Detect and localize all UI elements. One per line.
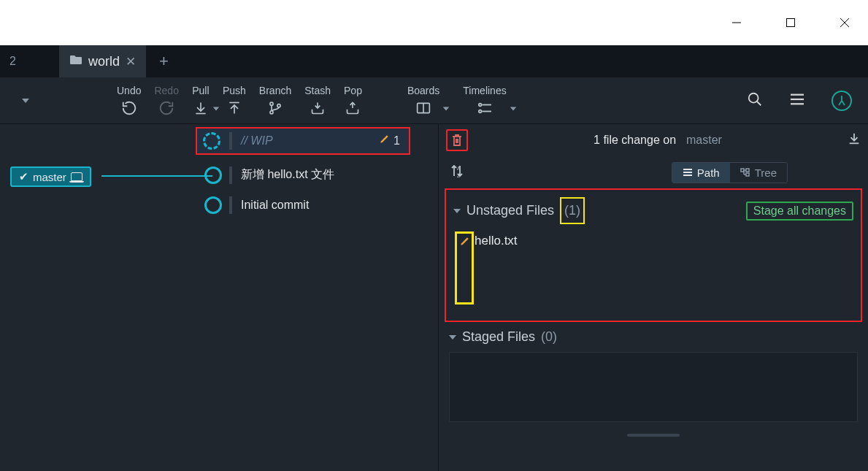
commit-message: 新增 hello.txt 文件 — [241, 167, 334, 183]
titlebar — [0, 0, 868, 45]
svg-rect-37 — [746, 173, 749, 176]
svg-text:Z: Z — [457, 173, 461, 178]
tab-active[interactable]: world ✕ — [59, 45, 146, 77]
minimize-button[interactable] — [722, 12, 751, 34]
staged-header[interactable]: Staged Files (0) — [439, 322, 868, 349]
svg-point-8 — [270, 102, 273, 105]
search-button[interactable] — [747, 91, 763, 110]
file-name: hello.txt — [475, 231, 518, 305]
push-button[interactable]: Push — [223, 85, 246, 117]
changes-summary: 1 file change on master — [594, 134, 722, 147]
tabs-bar: 2 world ✕ + — [0, 45, 868, 77]
commit-node-icon — [204, 166, 222, 184]
changes-panel: 1 file change on master AZ Path — [438, 124, 868, 471]
staged-count: (0) — [541, 329, 557, 345]
branch-button[interactable]: Branch — [259, 85, 291, 117]
svg-line-20 — [757, 101, 761, 105]
commit-row[interactable]: Initial commit — [0, 190, 438, 220]
toolbar: Undo Redo Pull Push Branch Stash — [0, 77, 868, 124]
repo-dropdown[interactable] — [22, 99, 29, 103]
close-button[interactable] — [830, 12, 859, 34]
new-tab-button[interactable]: + — [146, 52, 182, 71]
unstaged-file-row[interactable]: hello.txt — [450, 229, 856, 307]
commit-graph: // WIP 1 ✔ master 新增 hell — [0, 124, 438, 471]
view-tree-button[interactable]: Tree — [730, 163, 787, 183]
commit-node-icon — [204, 196, 222, 214]
commit-row[interactable]: 新增 hello.txt 文件 — [0, 160, 438, 190]
svg-point-15 — [479, 103, 482, 106]
timelines-button[interactable]: Timelines — [463, 85, 506, 117]
modified-icon — [455, 231, 474, 305]
close-icon[interactable]: ✕ — [126, 54, 136, 69]
svg-point-9 — [270, 110, 273, 113]
app-logo-icon[interactable] — [831, 91, 852, 111]
stash-button[interactable]: Stash — [304, 85, 331, 117]
unstaged-section-highlight: Unstaged Files (1) Stage all changes hel… — [445, 188, 862, 322]
svg-point-19 — [749, 93, 758, 102]
pull-button[interactable]: Pull — [192, 85, 210, 117]
undo-button[interactable]: Undo — [117, 85, 141, 117]
discard-all-button[interactable] — [446, 129, 468, 151]
tab-label: world — [88, 54, 120, 69]
svg-rect-36 — [746, 169, 749, 172]
stage-all-button[interactable]: Stage all changes — [746, 202, 853, 221]
unstaged-header[interactable]: Unstaged Files (1) Stage all changes — [450, 193, 856, 229]
tab-previous-truncated[interactable]: 2 — [0, 55, 19, 68]
svg-point-10 — [277, 104, 280, 107]
chevron-down-icon — [449, 335, 456, 340]
svg-rect-1 — [787, 19, 795, 27]
svg-point-17 — [479, 110, 482, 112]
chevron-down-icon — [453, 209, 461, 213]
commit-message: Initial commit — [241, 199, 309, 212]
menu-button[interactable] — [789, 93, 805, 109]
unstaged-count: (1) — [560, 197, 585, 224]
maximize-button[interactable] — [776, 12, 805, 34]
view-path-button[interactable]: Path — [672, 163, 730, 183]
sort-button[interactable]: AZ — [450, 164, 464, 181]
folder-icon — [69, 55, 82, 68]
resize-handle[interactable] — [627, 434, 680, 437]
boards-button[interactable]: Boards — [407, 85, 439, 117]
staged-files-list — [449, 352, 858, 422]
svg-text:A: A — [457, 166, 461, 171]
pop-button[interactable]: Pop — [344, 85, 362, 117]
redo-button[interactable]: Redo — [154, 85, 178, 117]
download-icon[interactable] — [848, 132, 861, 148]
